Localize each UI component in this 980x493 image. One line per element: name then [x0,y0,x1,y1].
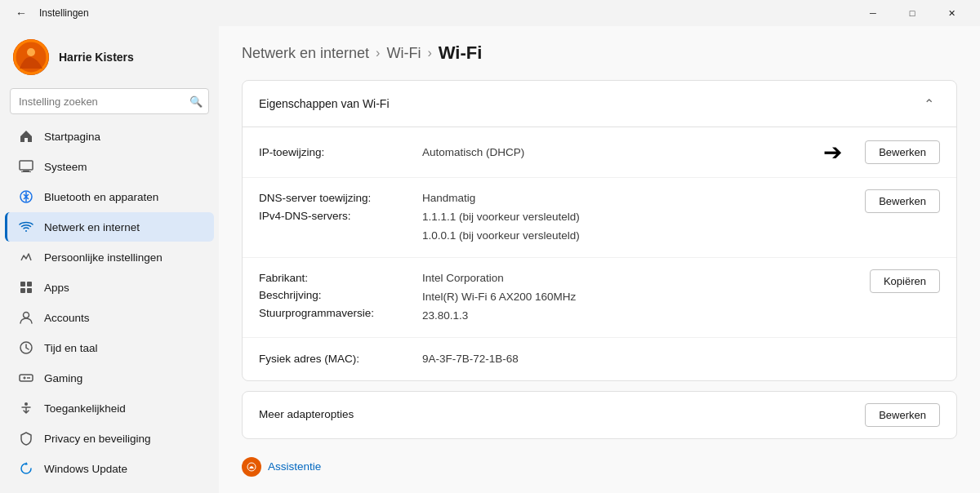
netwerk-icon [18,219,34,235]
avatar [13,39,49,75]
sidebar-item-persoonlijk[interactable]: Persoonlijke instellingen [5,242,214,272]
dns-server-value2: 1.0.0.1 (bij voorkeur versleuteld) [422,227,865,246]
sidebar-item-apps[interactable]: Apps [5,273,214,302]
svg-point-11 [24,313,29,318]
info-kopieren-button[interactable]: Kopiëren [870,269,940,293]
sidebar-item-label-netwerk: Netwerk en internet [44,221,140,233]
svg-rect-8 [27,282,32,286]
breadcrumb-netwerk[interactable]: Netwerk en internet [242,45,369,62]
sidebar-item-label-systeem: Systeem [44,161,87,173]
restore-button[interactable]: □ [893,0,931,26]
svg-rect-5 [21,171,31,172]
sidebar: Harrie Kisters 🔍 Startpagina [0,26,219,493]
svg-rect-7 [20,282,25,286]
beschrijving-label: Beschrijving: [259,286,422,304]
svg-point-2 [27,48,35,56]
svg-rect-10 [27,288,32,293]
search-input[interactable] [10,88,209,114]
assistant-bar: Assistentie [242,449,957,485]
svg-point-16 [24,402,28,406]
sidebar-item-label-gaming: Gaming [44,372,82,384]
sidebar-item-toegankelijkheid[interactable]: Toegankelijkheid [5,393,214,423]
user-name: Harrie Kisters [59,51,134,64]
sidebar-item-label-persoonlijk: Persoonlijke instellingen [44,251,163,264]
assistant-link[interactable]: Assistentie [268,460,321,473]
ip-value: Automatisch (DHCP) [422,144,823,162]
stuur-label: Stuurprogrammaversie: [259,304,422,322]
app-title: Instellingen [39,7,89,19]
accounts-icon [18,309,34,326]
sidebar-item-label-update: Windows Update [44,463,127,475]
sidebar-item-label-bluetooth: Bluetooth en apparaten [44,191,158,203]
fabrikant-value: Intel Corporation [422,269,870,288]
home-icon [18,128,34,144]
dns-toewijzing-label: DNS-server toewijzing: [259,189,422,207]
adapter-bewerken-button[interactable]: Bewerken [865,403,940,427]
svg-point-15 [29,377,30,379]
breadcrumb-wifi2: Wi-Fi [439,42,483,64]
ip-bewerken-button[interactable]: Bewerken [865,140,940,164]
titlebar-left: ← Instellingen [10,2,89,24]
sidebar-item-gaming[interactable]: Gaming [5,363,214,393]
fysiek-label: Fysiek adres (MAC): [259,350,422,368]
toegankelijkheid-icon [18,400,34,416]
stuur-value: 23.80.1.3 [422,307,870,326]
titlebar: ← Instellingen ─ □ ✕ [0,0,980,26]
assistant-icon [242,457,261,477]
dns-toewijzing-value: Handmatig [422,189,865,208]
breadcrumb: Netwerk en internet › Wi-Fi › Wi-Fi [242,42,957,64]
fysiek-value: 9A-3F-7B-72-1B-68 [422,350,940,368]
user-section: Harrie Kisters [0,26,219,85]
main-content: Netwerk en internet › Wi-Fi › Wi-Fi Eige… [219,26,980,493]
card-adapter: Meer adapteropties Bewerken [242,391,957,439]
apps-icon [18,279,34,295]
sidebar-item-bluetooth[interactable]: Bluetooth en apparaten [5,182,214,211]
adapter-row: Meer adapteropties Bewerken [243,392,956,438]
search-box: 🔍 [10,88,209,114]
dns-servers-label: IPv4-DNS-servers: [259,207,422,225]
app-container: Harrie Kisters 🔍 Startpagina [0,26,980,493]
sidebar-item-update[interactable]: Windows Update [5,454,214,483]
sidebar-item-label-apps: Apps [44,282,69,294]
sidebar-item-startpagina[interactable]: Startpagina [5,122,214,151]
breadcrumb-sep-2: › [427,46,431,60]
sidebar-item-systeem[interactable]: Systeem [5,152,214,181]
beschrijving-value: Intel(R) Wi-Fi 6 AX200 160MHz [422,288,870,307]
privacy-icon [18,430,34,446]
mac-row: Fysiek adres (MAC): 9A-3F-7B-72-1B-68 [243,338,956,380]
info-row: Fabrikant: Beschrijving: Stuurprogrammav… [243,258,956,338]
sidebar-item-label-tijd: Tijd en taal [44,342,98,354]
persoonlijk-icon [18,249,34,265]
collapse-button[interactable]: ⌃ [917,92,940,115]
minimize-button[interactable]: ─ [854,0,892,26]
card-eigenschappen: Eigenschappen van Wi-Fi ⌃ IP-toewijzing:… [242,80,957,381]
breadcrumb-wifi1[interactable]: Wi-Fi [386,45,421,62]
sidebar-item-label-privacy: Privacy en beveiliging [44,433,151,445]
adapter-title: Meer adapteropties [259,406,865,424]
sidebar-item-accounts[interactable]: Accounts [5,303,214,332]
search-icon: 🔍 [189,95,203,108]
sidebar-item-label-toegankelijkheid: Toegankelijkheid [44,402,126,415]
update-icon [18,460,34,477]
sidebar-nav: Startpagina Systeem [0,121,219,484]
sidebar-item-netwerk[interactable]: Netwerk en internet [5,212,214,242]
card-header-eigenschappen: Eigenschappen van Wi-Fi ⌃ [243,81,956,127]
sidebar-item-label-accounts: Accounts [44,312,90,324]
gaming-icon [18,370,34,386]
ip-label: IP-toewijzing: [259,144,422,162]
bluetooth-icon [18,189,34,205]
systeem-icon [18,158,34,175]
svg-point-14 [27,377,29,379]
breadcrumb-sep-1: › [376,46,380,60]
back-button[interactable]: ← [10,2,33,24]
svg-rect-9 [20,288,25,293]
window-controls: ─ □ ✕ [854,0,970,26]
sidebar-item-tijd[interactable]: Tijd en taal [5,333,214,362]
card-title-eigenschappen: Eigenschappen van Wi-Fi [259,97,390,110]
sidebar-item-privacy[interactable]: Privacy en beveiliging [5,424,214,453]
dns-bewerken-button[interactable]: Bewerken [865,189,940,213]
fabrikant-label: Fabrikant: [259,269,422,287]
sidebar-item-label-startpagina: Startpagina [44,131,100,143]
close-button[interactable]: ✕ [933,0,970,26]
dns-server-value1: 1.1.1.1 (bij voorkeur versleuteld) [422,208,865,227]
